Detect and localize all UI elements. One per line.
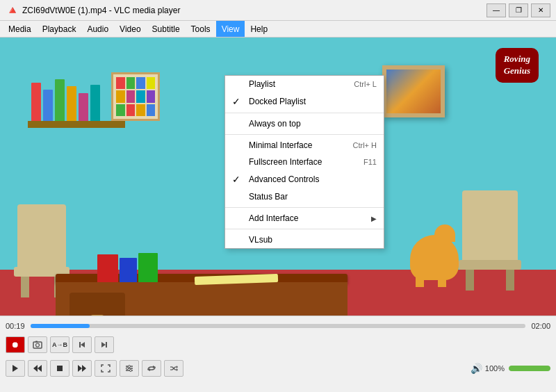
next-chapter-icon: [77, 364, 87, 373]
loop-icon: [147, 364, 156, 373]
record-button[interactable]: ⏺: [6, 336, 25, 353]
svg-point-18: [130, 370, 132, 372]
window-controls: — ❐ ✕: [486, 3, 550, 17]
menu-view[interactable]: View: [216, 21, 245, 37]
frame-next-icon: [100, 341, 108, 349]
minimal-shortcut: Ctrl+ H: [352, 141, 377, 149]
svg-rect-4: [79, 342, 81, 348]
svg-rect-6: [106, 342, 107, 348]
view-dropdown-menu: Playlist Ctrl+ L ✓ Docked Playlist Alway…: [224, 75, 384, 249]
separator-3: [225, 207, 384, 208]
title-bar: 🔺 ZCI69dVtW0E (1).mp4 - VLC media player…: [0, 0, 556, 21]
frame-prev-button[interactable]: [72, 336, 92, 353]
minimal-label: Minimal Interface: [249, 140, 352, 150]
add-interface-label: Add Interface: [249, 213, 371, 223]
controls-icon: [124, 364, 134, 373]
vlsub-label: VLsub: [249, 235, 377, 245]
menu-tools[interactable]: Tools: [186, 21, 216, 37]
playback-controls-row: 🔊 100%: [0, 357, 556, 380]
menu-help[interactable]: Help: [245, 21, 273, 37]
close-button[interactable]: ✕: [531, 3, 550, 17]
bottom-controls: 00:19 02:00 ⏺ A→B: [0, 316, 556, 392]
svg-point-17: [126, 368, 129, 370]
volume-percent: 100%: [485, 364, 505, 373]
volume-icon[interactable]: 🔊: [471, 363, 482, 374]
wall-art: [111, 72, 160, 121]
next-chapter-button[interactable]: [72, 360, 92, 377]
restore-button[interactable]: ❐: [509, 3, 528, 17]
volume-bar[interactable]: [509, 366, 550, 371]
menu-video[interactable]: Video: [114, 21, 146, 37]
svg-point-16: [129, 366, 131, 368]
chair-back-right: [462, 190, 518, 260]
check-advanced: ✓: [232, 174, 249, 185]
progress-bar[interactable]: [31, 324, 525, 328]
menu-subtitle[interactable]: Subtitle: [147, 21, 186, 37]
menu-item-add-interface[interactable]: Add Interface ▶: [225, 210, 384, 227]
menu-media[interactable]: Media: [3, 21, 37, 37]
menu-bar: Media Playback Audio Video Subtitle Tool…: [0, 21, 556, 38]
loop-a-button[interactable]: A→B: [50, 336, 70, 353]
status-bar-label: Status Bar: [249, 192, 377, 202]
fullscreen-shortcut: F11: [363, 158, 377, 166]
books-on-desk: [97, 253, 158, 282]
advanced-label: Advanced Controls: [249, 174, 377, 184]
svg-marker-5: [101, 342, 106, 348]
minimize-button[interactable]: —: [486, 3, 506, 17]
playlist-shortcut: Ctrl+ L: [354, 80, 377, 88]
separator-4: [225, 229, 384, 229]
stop-button[interactable]: [50, 360, 70, 377]
shelf-board: [28, 121, 125, 128]
prev-chapter-icon: [33, 364, 42, 373]
svg-marker-24: [177, 368, 178, 371]
frame-next-button[interactable]: [95, 336, 114, 353]
app-icon: 🔺: [6, 3, 19, 17]
progress-fill: [31, 324, 90, 328]
fullscreen-btn[interactable]: [95, 360, 117, 377]
svg-rect-0: [33, 342, 42, 348]
play-icon: [11, 364, 19, 373]
random-button[interactable]: [164, 360, 183, 377]
random-icon: [169, 364, 179, 373]
time-current: 00:19: [6, 322, 26, 330]
svg-marker-8: [38, 365, 42, 372]
menu-audio[interactable]: Audio: [81, 21, 114, 37]
picture-inner: [386, 70, 441, 113]
progress-area: 00:19 02:00: [0, 319, 556, 333]
roving-genius-logo: Roving Genius: [496, 48, 539, 83]
chair-seat-right: [459, 260, 521, 270]
svg-rect-10: [57, 366, 63, 371]
svg-point-1: [36, 343, 40, 347]
menu-item-always-on-top[interactable]: Always on top: [225, 115, 384, 132]
toggle-controls-button[interactable]: [120, 360, 139, 377]
play-button[interactable]: [6, 360, 25, 377]
prev-chapter-button[interactable]: [28, 360, 47, 377]
svg-marker-11: [78, 365, 82, 372]
svg-marker-28: [177, 366, 178, 368]
frame-prev-icon: [78, 341, 86, 349]
video-area: Roving Genius Playlist Ctrl+ L ✓ Docked …: [0, 38, 556, 353]
svg-marker-9: [33, 365, 38, 372]
chair-leg-r2: [506, 270, 514, 291]
menu-playback[interactable]: Playback: [37, 21, 82, 37]
check-docked: ✓: [232, 96, 249, 107]
fullscreen-label: Fullscreen Interface: [249, 157, 363, 167]
snapshot-button[interactable]: [28, 336, 47, 353]
menu-item-docked-playlist[interactable]: ✓ Docked Playlist: [225, 92, 384, 111]
separator-2: [225, 134, 384, 135]
svg-marker-12: [82, 365, 86, 372]
svg-rect-2: [35, 341, 38, 343]
loop-button[interactable]: [142, 360, 161, 377]
chair-leg-r1: [466, 270, 474, 291]
menu-item-vlsub[interactable]: VLsub: [225, 231, 384, 248]
menu-item-status-bar[interactable]: Status Bar: [225, 188, 384, 205]
volume-area: 🔊 100%: [471, 363, 550, 374]
snapshot-icon: [33, 340, 42, 350]
dinosaur: [410, 235, 466, 291]
svg-marker-7: [13, 365, 18, 372]
menu-item-playlist[interactable]: Playlist Ctrl+ L: [225, 76, 384, 92]
menu-item-advanced[interactable]: ✓ Advanced Controls: [225, 170, 384, 188]
menu-item-fullscreen[interactable]: Fullscreen Interface F11: [225, 154, 384, 170]
title-text: ZCI69dVtW0E (1).mp4 - VLC media player: [22, 6, 486, 15]
menu-item-minimal[interactable]: Minimal Interface Ctrl+ H: [225, 137, 384, 154]
